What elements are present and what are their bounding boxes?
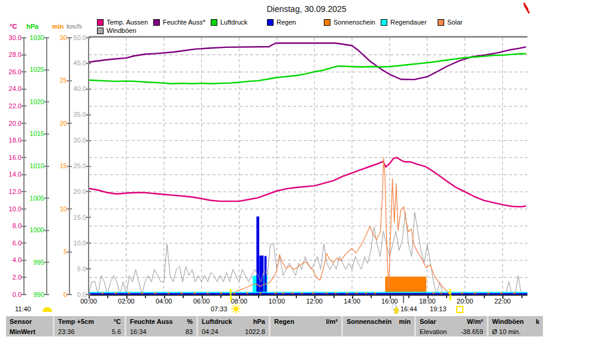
y-tick-label: 30.0: [62, 137, 86, 144]
y-tick-label: 15.0: [62, 214, 86, 221]
legend-label: Windböen: [107, 27, 136, 34]
y-tick-mark: [22, 89, 26, 90]
y-tick-label: 50.0: [62, 35, 86, 41]
x-tick-mark: [408, 296, 409, 298]
y-tick-mark: [86, 63, 91, 64]
legend-label: Solar: [447, 19, 463, 26]
y-tick-mark: [86, 114, 91, 116]
legend-item: Sonnenschein: [324, 19, 375, 26]
table-cell: Solar: [420, 318, 436, 325]
y-tick-mark: [44, 230, 49, 231]
y-tick-mark: [22, 191, 26, 192]
axis-unit-label: km/h: [66, 23, 82, 30]
legend-item: Luftdruck: [211, 19, 247, 26]
y-tick-mark: [86, 242, 91, 244]
table-cell: Ø 10 min.: [492, 328, 521, 335]
plot-area[interactable]: [89, 38, 527, 295]
x-tick-mark: [371, 296, 372, 298]
legend-label: Feuchte Auss*: [163, 19, 205, 26]
sunrise-axis-tick: [230, 295, 232, 301]
y-tick-mark: [86, 89, 91, 90]
y-tick-mark: [67, 123, 72, 124]
x-tick-mark: [296, 296, 297, 298]
y-tick-mark: [44, 101, 49, 102]
table-cell: 04:24: [202, 328, 219, 335]
x-tick-mark: [484, 296, 485, 298]
y-tick-mark: [86, 217, 91, 218]
y-tick-label: 0.0: [62, 292, 86, 298]
legend-swatch: [97, 28, 104, 34]
y-tick-label: 20.0: [62, 189, 86, 195]
y-tick-mark: [22, 105, 26, 107]
y-tick-label: 1025: [20, 66, 44, 73]
sunset-axis-tick: [450, 295, 451, 301]
sunset-icon: [456, 306, 463, 313]
moonset-time: 11:40: [15, 305, 31, 313]
moonrise-icon: [392, 304, 400, 314]
x-tick-mark: [352, 296, 353, 299]
table-column: SolarW/m²Elevation-38.659: [416, 316, 487, 336]
min-values-table: SensorMinWertTemp +5cm°C23:365.6Feuchte …: [6, 316, 530, 336]
y-tick-label: 4.0: [0, 257, 22, 263]
y-tick-label: 26.0: [0, 69, 22, 75]
y-tick-label: 16.0: [0, 154, 22, 161]
x-tick-mark: [126, 296, 128, 299]
legend-swatch: [381, 19, 387, 26]
sunrise-sun-icon: [231, 304, 241, 314]
legend-label: Regen: [277, 19, 296, 26]
legend-label: Regendauer: [390, 19, 427, 26]
y-tick-label: 10.0: [0, 206, 22, 213]
y-tick-mark: [44, 262, 49, 263]
legend-item: Regen: [267, 19, 296, 26]
table-cell: min: [399, 318, 411, 325]
y-tick-mark: [22, 157, 26, 158]
x-tick-mark: [465, 296, 466, 299]
legend-label: Luftdruck: [220, 19, 247, 26]
x-tick-mark: [314, 296, 315, 299]
table-cell: hPa: [253, 318, 265, 325]
legend-item: Solar: [438, 19, 463, 26]
table-column: Regenl/m²: [271, 316, 341, 336]
table-column: WindböenkØ 10 min.: [488, 316, 543, 336]
x-tick-mark: [427, 296, 429, 299]
y-tick-mark: [67, 251, 72, 253]
legend-label: Sonnenschein: [333, 19, 375, 26]
table-cell: 83: [186, 328, 193, 335]
y-tick-label: 18.0: [0, 137, 22, 144]
y-tick-mark: [22, 123, 26, 124]
x-tick-mark: [390, 296, 391, 299]
y-tick-mark: [22, 277, 26, 278]
table-cell: 5.6: [112, 328, 121, 335]
moonrise-time: 16:44: [400, 305, 417, 313]
table-cell: Feuchte Auss: [130, 318, 173, 325]
x-tick-mark: [258, 296, 259, 298]
x-tick-mark: [502, 296, 503, 299]
table-cell: Regen: [274, 318, 295, 325]
y-tick-label: 20: [43, 120, 67, 127]
legend-item: Temp. Aussen: [97, 19, 148, 26]
y-tick-mark: [22, 242, 26, 244]
y-tick-label: 22.0: [0, 103, 22, 110]
x-tick-mark: [89, 296, 90, 299]
table-cell: °C: [114, 318, 121, 325]
axis-unit-label: hPa: [26, 23, 38, 30]
y-tick-label: 5.0: [62, 266, 86, 272]
y-tick-mark: [86, 294, 91, 295]
y-tick-label: 1010: [20, 163, 44, 169]
table-cell: k: [536, 318, 539, 325]
legend-swatch: [438, 19, 444, 26]
y-tick-mark: [44, 69, 49, 71]
table-cell: -38.659: [461, 328, 483, 335]
y-tick-label: 1005: [20, 195, 44, 202]
legend-swatch: [324, 19, 330, 26]
legend-swatch: [211, 19, 217, 26]
weather-app-window: Dienstag, 30.09.2025 Temp. AussenFeuchte…: [0, 0, 613, 364]
table-cell: Elevation: [420, 328, 447, 335]
table-cell: Luftdruck: [202, 318, 232, 325]
table-column: Sonnenscheinmin: [343, 316, 414, 336]
x-tick-mark: [333, 296, 335, 298]
y-tick-mark: [22, 54, 26, 56]
y-tick-label: 20.0: [0, 120, 22, 127]
y-tick-label: 28.0: [0, 51, 22, 58]
moonrise-axis-tick: [403, 295, 404, 303]
